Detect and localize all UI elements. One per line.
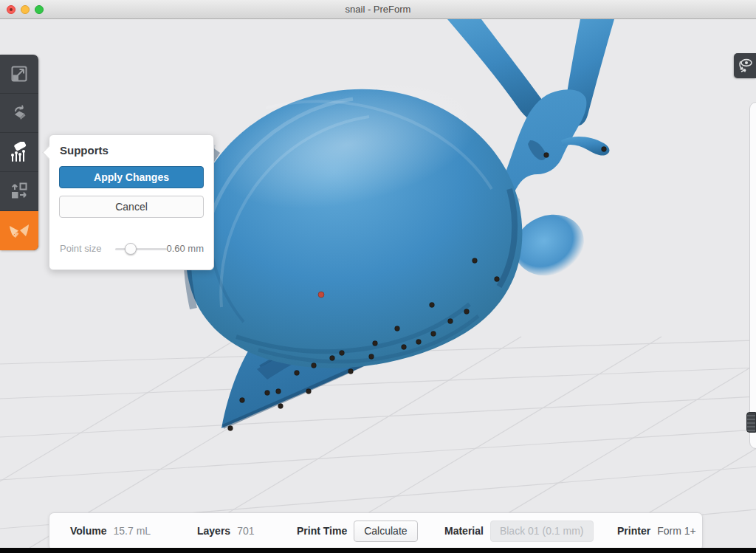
layers-value: 701 <box>237 525 254 537</box>
layers-stat: Layers 701 <box>197 513 255 549</box>
scale-tool-button[interactable] <box>0 55 38 94</box>
cancel-button[interactable]: Cancel <box>59 196 204 218</box>
tool-sidebar <box>0 55 38 250</box>
support-point[interactable] <box>430 303 435 308</box>
supports-panel-title: Supports <box>60 144 109 157</box>
window-bottom-frame <box>0 548 756 553</box>
support-point[interactable] <box>228 426 233 431</box>
formlabs-butterfly-icon <box>8 221 30 241</box>
selected-support-point[interactable] <box>318 292 324 298</box>
titlebar: snail - PreForm <box>0 0 756 19</box>
window-title: snail - PreForm <box>0 0 756 19</box>
layers-label: Layers <box>197 525 230 537</box>
layout-icon <box>10 182 29 201</box>
material-select[interactable]: Black 01 (0.1 mm) <box>490 521 594 542</box>
support-point[interactable] <box>431 332 436 337</box>
point-size-slider-track[interactable] <box>115 248 167 250</box>
formlabs-button[interactable] <box>0 211 38 250</box>
support-point[interactable] <box>240 398 245 403</box>
snail-3d-model[interactable] <box>186 19 614 428</box>
support-point[interactable] <box>276 389 281 394</box>
support-point[interactable] <box>602 147 607 152</box>
view-orbit-icon <box>737 57 753 75</box>
view-orbit-button[interactable] <box>734 53 756 78</box>
support-point[interactable] <box>306 389 312 394</box>
calculate-button[interactable]: Calculate <box>354 521 417 542</box>
layer-height-slider-handle[interactable] <box>746 412 756 433</box>
orient-rotate-icon <box>10 103 29 123</box>
3d-viewport-canvas[interactable] <box>0 19 756 548</box>
material-label: Material <box>444 525 484 537</box>
support-point[interactable] <box>495 277 500 282</box>
support-point[interactable] <box>416 340 422 345</box>
support-point[interactable] <box>278 404 284 409</box>
support-point[interactable] <box>312 363 317 368</box>
print-time-stat: Print Time Calculate <box>297 513 418 549</box>
supports-panel: Supports Apply Changes Cancel Point size… <box>49 134 214 270</box>
printer-label: Printer <box>617 525 650 537</box>
snail-small-tentacle-right <box>561 137 609 156</box>
volume-value: 15.7 mL <box>114 525 151 537</box>
point-size-row: Point size 0.60 mm <box>59 241 204 256</box>
support-point[interactable] <box>340 351 345 356</box>
apply-changes-button[interactable]: Apply Changes <box>59 166 204 188</box>
support-point[interactable] <box>402 345 407 350</box>
point-size-label: Point size <box>60 243 101 254</box>
layer-height-slider-track[interactable] <box>749 102 756 449</box>
scale-icon <box>10 64 29 83</box>
support-point[interactable] <box>544 153 549 158</box>
support-point[interactable] <box>448 319 453 324</box>
supports-icon <box>9 142 30 162</box>
layout-tool-button[interactable] <box>0 172 38 211</box>
point-size-slider[interactable] <box>115 241 167 256</box>
support-point[interactable] <box>265 391 270 396</box>
printer-stat: Printer Form 1+ <box>617 513 696 549</box>
orient-tool-button[interactable] <box>0 94 38 133</box>
app-window: snail - PreForm <box>0 0 756 553</box>
printer-value: Form 1+ <box>657 525 696 537</box>
point-size-value: 0.60 mm <box>166 243 204 254</box>
support-point[interactable] <box>295 371 300 376</box>
support-point[interactable] <box>373 341 378 346</box>
material-stat: Material Black 01 (0.1 mm) <box>444 513 594 549</box>
support-point[interactable] <box>348 369 354 374</box>
support-point[interactable] <box>369 354 374 360</box>
supports-tool-button[interactable] <box>0 133 38 172</box>
volume-label: Volume <box>70 525 107 537</box>
print-status-bar: Volume 15.7 mL Layers 701 Print Time Cal… <box>49 512 703 551</box>
support-point[interactable] <box>464 309 470 315</box>
volume-stat: Volume 15.7 mL <box>70 513 151 549</box>
support-point[interactable] <box>472 258 478 264</box>
support-point[interactable] <box>395 326 400 332</box>
print-time-label: Print Time <box>297 525 347 537</box>
point-size-slider-handle[interactable] <box>125 243 137 255</box>
support-point[interactable] <box>330 356 335 361</box>
